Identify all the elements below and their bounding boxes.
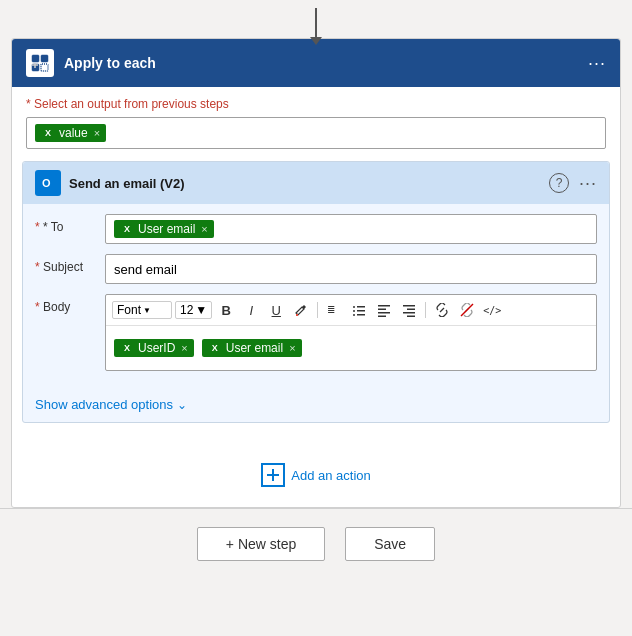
add-action-section: Add an action	[12, 433, 620, 507]
apply-icon	[31, 54, 49, 72]
save-button[interactable]: Save	[345, 527, 435, 561]
body-label: * Body	[35, 294, 105, 314]
svg-rect-18	[403, 305, 415, 307]
send-email-card: O Send an email (V2) ? ··· * * To	[22, 161, 610, 423]
underline-button[interactable]: U	[265, 299, 287, 321]
userid-token-close[interactable]: ×	[181, 342, 187, 354]
size-chevron: ▼	[195, 303, 207, 317]
to-field[interactable]: X User email ×	[105, 214, 597, 244]
subject-row: * Subject	[35, 254, 597, 284]
bold-button[interactable]: B	[215, 299, 237, 321]
select-output-section: * Select an output from previous steps X…	[12, 87, 620, 161]
footer: + New step Save	[0, 509, 632, 579]
excel-icon: X	[41, 126, 55, 140]
apply-header-left: Apply to each	[26, 49, 156, 77]
show-advanced-chevron: ⌄	[177, 398, 187, 412]
svg-rect-21	[407, 316, 415, 318]
body-field[interactable]: Font ▼ 12 ▼ B I U	[105, 294, 597, 371]
outlook-icon: O	[39, 174, 57, 192]
value-token-close[interactable]: ×	[94, 127, 100, 139]
size-label: 12	[180, 303, 193, 317]
svg-rect-13	[357, 314, 365, 316]
size-select[interactable]: 12 ▼	[175, 301, 212, 319]
userid-token-label: UserID	[138, 341, 175, 355]
svg-point-12	[353, 314, 355, 316]
toolbar-sep-1	[317, 302, 318, 318]
unordered-list-button[interactable]	[348, 299, 370, 321]
send-email-header: O Send an email (V2) ? ···	[23, 162, 609, 204]
userid-token[interactable]: X UserID ×	[114, 339, 194, 357]
excel-icon-body2: X	[208, 341, 222, 355]
svg-rect-16	[378, 312, 390, 314]
svg-rect-15	[378, 309, 386, 311]
send-email-title: Send an email (V2)	[69, 176, 185, 191]
body-content[interactable]: X UserID × X User email ×	[106, 326, 596, 370]
connector-arrow	[315, 8, 317, 38]
svg-text:O: O	[42, 177, 51, 189]
ordered-list-button[interactable]: ≣	[323, 299, 345, 321]
svg-text:≣: ≣	[327, 304, 335, 315]
show-advanced-row[interactable]: Show advanced options ⌄	[23, 391, 609, 422]
align-right-button[interactable]	[398, 299, 420, 321]
body-user-email-label: User email	[226, 341, 283, 355]
output-field[interactable]: X value ×	[26, 117, 606, 149]
font-select[interactable]: Font ▼	[112, 301, 172, 319]
subject-field[interactable]	[105, 254, 597, 284]
svg-rect-9	[357, 306, 365, 308]
help-button[interactable]: ?	[549, 173, 569, 193]
add-action-icon	[261, 463, 285, 487]
unlink-button[interactable]	[456, 299, 478, 321]
user-email-token[interactable]: X User email ×	[114, 220, 214, 238]
svg-rect-17	[378, 316, 386, 318]
svg-rect-19	[407, 309, 415, 311]
subject-input[interactable]	[114, 262, 588, 277]
font-label: Font	[117, 303, 141, 317]
toolbar-sep-2	[425, 302, 426, 318]
svg-rect-20	[403, 312, 415, 314]
excel-icon-body1: X	[120, 341, 134, 355]
user-email-token-close[interactable]: ×	[201, 223, 207, 235]
svg-rect-11	[357, 310, 365, 312]
value-token[interactable]: X value ×	[35, 124, 106, 142]
apply-to-each-container: Apply to each ··· * Select an output fro…	[11, 38, 621, 508]
svg-rect-1	[41, 55, 48, 62]
subject-label: * Subject	[35, 254, 105, 274]
apply-icon-box	[26, 49, 54, 77]
body-user-email-close[interactable]: ×	[289, 342, 295, 354]
svg-rect-3	[41, 64, 48, 71]
body-toolbar: Font ▼ 12 ▼ B I U	[106, 295, 596, 326]
to-label: * * To	[35, 214, 105, 234]
align-left-button[interactable]	[373, 299, 395, 321]
svg-point-8	[353, 306, 355, 308]
apply-to-each-header: Apply to each ···	[12, 39, 620, 87]
body-user-email-token[interactable]: X User email ×	[202, 339, 302, 357]
excel-icon-to: X	[120, 222, 134, 236]
send-email-icon-box: O	[35, 170, 61, 196]
send-email-header-right: ? ···	[549, 173, 597, 194]
code-button[interactable]: </>	[481, 299, 503, 321]
link-button[interactable]	[431, 299, 453, 321]
svg-point-10	[353, 310, 355, 312]
italic-button[interactable]: I	[240, 299, 262, 321]
apply-more-button[interactable]: ···	[588, 53, 606, 74]
user-email-token-label: User email	[138, 222, 195, 236]
apply-title: Apply to each	[64, 55, 156, 71]
value-token-label: value	[59, 126, 88, 140]
svg-rect-0	[32, 55, 39, 62]
to-row: * * To X User email ×	[35, 214, 597, 244]
select-output-label: * Select an output from previous steps	[26, 97, 606, 111]
send-email-more-button[interactable]: ···	[579, 173, 597, 194]
svg-rect-14	[378, 305, 390, 307]
body-row: * Body Font ▼ 12 ▼ B I	[35, 294, 597, 371]
pencil-button[interactable]	[290, 299, 312, 321]
add-action-button[interactable]: Add an action	[261, 463, 371, 487]
add-action-label: Add an action	[291, 468, 371, 483]
font-chevron: ▼	[143, 306, 151, 315]
send-email-header-left: O Send an email (V2)	[35, 170, 185, 196]
send-email-form: * * To X User email × * Subject	[23, 204, 609, 391]
new-step-button[interactable]: + New step	[197, 527, 325, 561]
show-advanced-label: Show advanced options	[35, 397, 173, 412]
